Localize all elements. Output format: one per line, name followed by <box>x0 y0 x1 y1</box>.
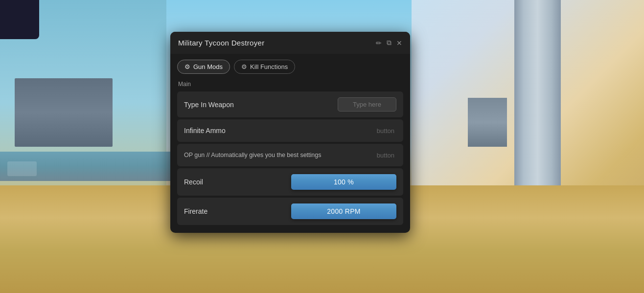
row-recoil: Recoil 100 % <box>177 168 403 196</box>
row-firerate: Firerate 2000 RPM <box>177 198 403 225</box>
chat-box-overlay <box>7 161 37 176</box>
op-gun-button-label[interactable]: button <box>377 152 396 159</box>
row-op-gun: OP gun // Automatically gives you the be… <box>177 144 403 166</box>
close-icon[interactable]: ✕ <box>396 39 402 47</box>
modal-header-icons: ✏ ⧉ ✕ <box>376 39 402 47</box>
infinite-ammo-label: Infinite Ammo <box>184 127 377 135</box>
copy-icon[interactable]: ⧉ <box>387 39 391 47</box>
op-gun-label: OP gun // Automatically gives you the be… <box>184 152 377 158</box>
modal-header: Military Tycoon Destroyer ✏ ⧉ ✕ <box>170 32 410 54</box>
firerate-label: Firerate <box>184 207 291 215</box>
modal-title: Military Tycoon Destroyer <box>178 39 264 47</box>
row-type-in-weapon: Type In Weapon <box>177 91 403 117</box>
bg-building-right <box>468 98 507 147</box>
gun-mods-tab-label: Gun Mods <box>193 63 223 70</box>
tab-kill-functions[interactable]: ⚙ Kill Functions <box>234 60 295 74</box>
infinite-ammo-button-label[interactable]: button <box>377 127 396 135</box>
weapon-search-input[interactable] <box>338 97 396 112</box>
modal-body: ⚙ Gun Mods ⚙ Kill Functions Main Type In… <box>170 54 410 233</box>
tabs-container: ⚙ Gun Mods ⚙ Kill Functions <box>177 60 403 74</box>
recoil-label: Recoil <box>184 178 291 186</box>
kill-functions-tab-label: Kill Functions <box>250 63 288 70</box>
tab-gun-mods[interactable]: ⚙ Gun Mods <box>177 60 230 74</box>
modal-window: Military Tycoon Destroyer ✏ ⧉ ✕ ⚙ Gun Mo… <box>170 32 410 233</box>
kill-functions-tab-icon: ⚙ <box>241 63 247 70</box>
type-in-weapon-label: Type In Weapon <box>184 101 338 109</box>
section-label: Main <box>177 81 403 88</box>
recoil-slider-button[interactable]: 100 % <box>291 174 396 190</box>
firerate-slider-button[interactable]: 2000 RPM <box>291 203 396 219</box>
bg-building-left <box>15 78 113 147</box>
gun-mods-tab-icon: ⚙ <box>184 63 190 70</box>
row-infinite-ammo: Infinite Ammo button <box>177 119 403 142</box>
top-left-overlay <box>0 0 39 39</box>
pencil-icon[interactable]: ✏ <box>376 39 382 47</box>
